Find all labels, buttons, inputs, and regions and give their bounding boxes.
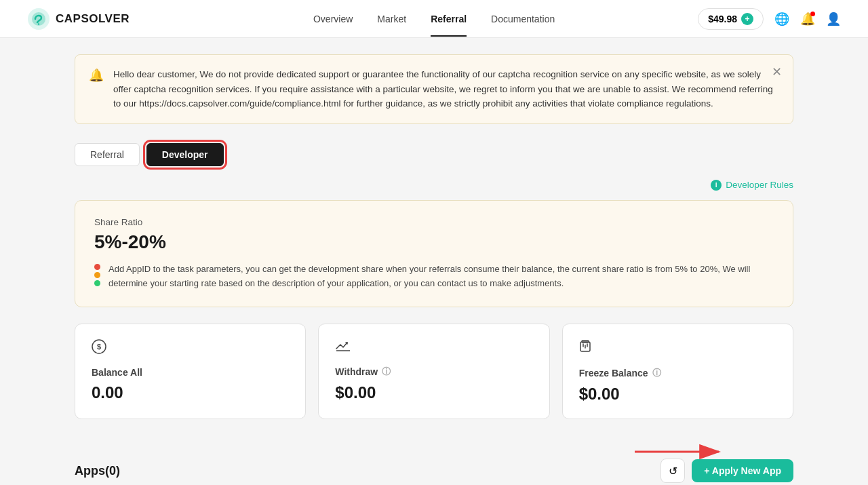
share-ratio-description: Add AppID to the task parameters, you ca… — [94, 263, 774, 291]
dev-rules-row: i Developer Rules — [75, 180, 793, 191]
tab-referral[interactable]: Referral — [75, 143, 140, 166]
info-icon: i — [711, 180, 722, 191]
stat-card-withdraw: Withdraw ⓘ $0.00 — [318, 324, 549, 419]
withdraw-icon — [335, 339, 532, 356]
share-ratio-title: Share Ratio — [94, 217, 774, 227]
tl-green — [94, 280, 100, 286]
globe-button[interactable]: 🌐 — [774, 12, 789, 26]
stats-row: $ Balance All 0.00 Withdraw ⓘ $0.00 — [75, 324, 793, 419]
withdraw-label: Withdraw ⓘ — [335, 366, 532, 378]
svg-text:$: $ — [97, 343, 101, 351]
banner-text: Hello dear customer, We do not provide d… — [113, 67, 779, 111]
nav-documentation[interactable]: Documentation — [491, 1, 555, 37]
stat-card-balance: $ Balance All 0.00 — [75, 324, 306, 419]
notification-button[interactable]: 🔔 — [800, 12, 815, 26]
nav-links: Overview Market Referral Documentation — [170, 1, 698, 37]
arrow-icon — [617, 438, 739, 465]
tab-developer[interactable]: Developer — [146, 143, 224, 166]
bell-icon: 🔔 — [89, 68, 104, 83]
brand-logo[interactable]: CAPSOLVER — [27, 7, 130, 31]
freeze-label: Freeze Balance ⓘ — [579, 367, 776, 379]
brand-name: CAPSOLVER — [56, 12, 130, 26]
svg-point-2 — [38, 23, 39, 24]
arrow-container — [75, 438, 793, 465]
developer-rules-label: Developer Rules — [726, 180, 793, 190]
apps-title: Apps(0) — [75, 464, 120, 478]
stat-card-freeze: Freeze Balance ⓘ $0.00 — [562, 324, 793, 419]
developer-rules-button[interactable]: i Developer Rules — [711, 180, 793, 191]
navbar: CAPSOLVER Overview Market Referral Docum… — [0, 0, 868, 38]
freeze-help-icon: ⓘ — [652, 367, 661, 379]
banner-close-button[interactable]: ✕ — [772, 64, 782, 79]
nav-overview[interactable]: Overview — [313, 1, 353, 37]
balance-button[interactable]: $49.98 + — [698, 8, 764, 30]
main-content: 🔔 Hello dear customer, We do not provide… — [47, 38, 821, 485]
notification-dot — [810, 12, 815, 16]
apply-label: + Apply New App — [704, 465, 781, 476]
withdraw-help-icon: ⓘ — [382, 366, 391, 378]
share-ratio-value: 5%-20% — [94, 231, 774, 253]
add-balance-icon: + — [741, 13, 753, 25]
balance-all-label: Balance All — [92, 367, 289, 378]
nav-referral[interactable]: Referral — [431, 1, 467, 37]
traffic-light-icon — [94, 264, 100, 286]
nav-right: $49.98 + 🌐 🔔 👤 — [698, 8, 841, 30]
logo-icon — [27, 7, 50, 31]
notification-banner: 🔔 Hello dear customer, We do not provide… — [75, 54, 793, 124]
balance-value: $49.98 — [708, 14, 737, 24]
share-ratio-card: Share Ratio 5%-20% Add AppID to the task… — [75, 200, 793, 308]
balance-all-icon: $ — [92, 339, 289, 357]
freeze-value: $0.00 — [579, 385, 776, 404]
freeze-icon — [579, 339, 776, 357]
refresh-icon: ↺ — [669, 465, 677, 478]
withdraw-value: $0.00 — [335, 383, 532, 402]
tl-red — [94, 264, 100, 270]
tl-yellow — [94, 272, 100, 278]
tab-group: Referral Developer — [75, 143, 793, 166]
nav-market[interactable]: Market — [377, 1, 406, 37]
balance-all-value: 0.00 — [92, 383, 289, 402]
share-ratio-desc-text: Add AppID to the task parameters, you ca… — [108, 263, 774, 291]
user-button[interactable]: 👤 — [826, 12, 841, 26]
